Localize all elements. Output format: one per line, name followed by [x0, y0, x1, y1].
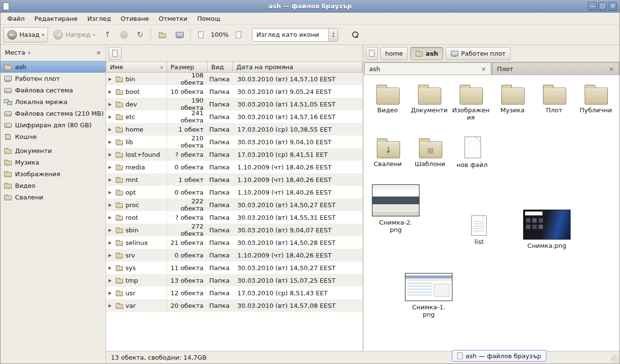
taskbar-window-chip[interactable]: ash — файлов браузър	[452, 350, 546, 362]
stop-button[interactable]	[116, 27, 132, 43]
row-expander-icon[interactable]: ▶	[108, 228, 113, 232]
minimize-button[interactable]: —	[588, 2, 597, 11]
sidebar-item[interactable]: Шифриран дял (80 GB)	[0, 119, 106, 131]
zoom-out-button[interactable]	[194, 27, 207, 43]
up-button[interactable]: ↑	[100, 27, 114, 43]
breadcrumb-button[interactable]: ash	[410, 47, 443, 60]
table-row[interactable]: ▶ etc 241 обекта Папка 30.03.2010 (вт) 1…	[106, 110, 362, 123]
table-row[interactable]: ▶ sys 11 обекта Папка 30.03.2010 (вт) 14…	[106, 261, 362, 274]
icon-view-item[interactable]: Плот	[533, 82, 575, 121]
table-row[interactable]: ▶ lost+found ? обекта Папка 17.03.2010 (…	[106, 148, 362, 161]
table-row[interactable]: ▶ bin 108 обекта Папка 30.03.2010 (вт) 1…	[106, 73, 362, 85]
row-expander-icon[interactable]: ▶	[108, 152, 113, 157]
row-expander-icon[interactable]: ▶	[108, 165, 113, 169]
sidebar-item[interactable]: Файлова система (210 MB)	[0, 107, 106, 119]
menu-item[interactable]: Изглед	[82, 14, 116, 24]
row-expander-icon[interactable]: ▶	[108, 90, 113, 94]
table-row[interactable]: ▶ lib 210 обекта Папка 30.03.2010 (вт) 9…	[106, 136, 362, 148]
menu-item[interactable]: Отиване	[116, 14, 154, 24]
table-row[interactable]: ▶ usr 12 обекта Папка 17.03.2010 (ср) 8,…	[106, 287, 362, 299]
icon-view-item[interactable]: Музика	[492, 82, 533, 121]
tab[interactable]: ash ×	[364, 62, 491, 75]
row-expander-icon[interactable]: ▶	[108, 77, 113, 81]
row-expander-icon[interactable]: ▶	[108, 278, 113, 283]
tab[interactable]: Плот ×	[492, 62, 619, 75]
view-mode-spinner[interactable]: ▴ ▾	[328, 29, 338, 41]
row-expander-icon[interactable]: ▶	[108, 241, 113, 245]
row-expander-icon[interactable]: ▶	[108, 253, 113, 258]
row-expander-icon[interactable]: ▶	[108, 127, 113, 132]
thumbnail-snimka[interactable]: Снимка.png	[522, 210, 572, 249]
table-row[interactable]: ▶ home 1 обект Папка 17.03.2010 (ср) 10,…	[106, 123, 362, 136]
row-expander-icon[interactable]: ▶	[108, 215, 113, 220]
icon-view-item[interactable]: Публични	[575, 82, 617, 121]
table-row[interactable]: ▶ opt 0 обекта Папка 1.10.2009 (чт) 18,4…	[106, 186, 362, 198]
sidebar-item[interactable]: Работен плот	[0, 73, 106, 84]
tab-close-button[interactable]: ×	[481, 65, 486, 73]
row-expander-icon[interactable]: ▶	[108, 291, 113, 295]
row-expander-icon[interactable]: ▶	[108, 190, 113, 195]
home-button[interactable]	[155, 27, 170, 43]
table-row[interactable]: ▶ sbin 272 обекта Папка 30.03.2010 (вт) …	[106, 224, 362, 236]
sidebar-item[interactable]: Видео	[0, 180, 106, 191]
sidebar-item[interactable]: Файлова система	[0, 84, 106, 96]
sidebar-item[interactable]: ash	[0, 61, 106, 73]
table-row[interactable]: ▶ root ? обекта Папка 30.03.2010 (вт) 14…	[106, 211, 362, 224]
reload-button[interactable]: ↻	[133, 27, 147, 43]
row-expander-icon[interactable]: ▶	[108, 266, 113, 270]
menu-item[interactable]: Помощ	[192, 14, 225, 24]
places-close-button[interactable]: ×	[96, 49, 101, 56]
table-row[interactable]: ▶ var 20 обекта Папка 30.03.2010 (вт) 14…	[106, 299, 362, 312]
tab-close-button[interactable]: ×	[609, 65, 614, 73]
table-row[interactable]: ▶ tmp 13 обекта Папка 30.03.2010 (вт) 15…	[106, 274, 362, 287]
zoom-in-button[interactable]	[232, 27, 245, 43]
sidebar-item[interactable]: Локална мрежа	[0, 96, 106, 107]
table-row[interactable]: ▶ dev 190 обекта Папка 30.03.2010 (вт) 1…	[106, 98, 362, 110]
column-header-size[interactable]: Размер	[167, 61, 208, 73]
column-header-date[interactable]: Дата на промяна	[233, 61, 362, 73]
column-header-type[interactable]: Вид	[208, 61, 233, 73]
menu-item[interactable]: Редактиране	[30, 14, 82, 24]
breadcrumb-button[interactable]: home	[380, 47, 408, 60]
icon-view-item[interactable]: Шаблони	[409, 136, 451, 168]
table-row[interactable]: ▶ srv 0 обекта Папка 1.10.2009 (чт) 18,4…	[106, 249, 362, 261]
location-toggle-button[interactable]	[108, 47, 122, 60]
computer-button[interactable]	[171, 27, 187, 43]
icon-view-item[interactable]: Документи	[408, 82, 450, 121]
table-row[interactable]: ▶ media 0 обекта Папка 1.10.2009 (чт) 18…	[106, 161, 362, 173]
menu-item[interactable]: Файл	[2, 14, 30, 24]
sidebar-item[interactable]: Документи	[0, 145, 106, 156]
icon-view-item[interactable]: нов файл	[451, 136, 493, 168]
thumbnail-snimka-1[interactable]: Снимка-1.png	[403, 273, 454, 318]
back-button[interactable]: ← Назад ▾	[3, 27, 48, 43]
view-mode-select[interactable]: Изглед като икони ▴ ▾	[252, 28, 338, 42]
file-item-list[interactable]: list	[454, 215, 504, 245]
thumbnail-snimka-2[interactable]: Снимка-2.png	[371, 184, 421, 233]
row-expander-icon[interactable]: ▶	[108, 303, 113, 308]
resize-grip[interactable]	[611, 355, 619, 363]
titlebar[interactable]: ash — файлов браузър — □ ×	[0, 0, 620, 13]
table-row[interactable]: ▶ proc 222 обекта Папка 30.03.2010 (вт) …	[106, 198, 362, 211]
forward-button[interactable]: → Напред ▾	[49, 27, 99, 43]
row-expander-icon[interactable]: ▶	[108, 203, 113, 207]
row-expander-icon[interactable]: ▶	[108, 115, 113, 119]
table-row[interactable]: ▶ boot 10 обекта Папка 30.03.2010 (вт) 9…	[106, 85, 362, 98]
row-expander-icon[interactable]: ▶	[108, 102, 113, 106]
back-dropdown-icon[interactable]: ▾	[42, 32, 45, 37]
sidebar-item[interactable]: Музика	[0, 156, 106, 168]
icon-view-item[interactable]: Видео	[367, 82, 408, 121]
sidebar-item[interactable]: Свалени	[0, 191, 106, 203]
path-toggle-button[interactable]	[366, 47, 378, 60]
breadcrumb-button[interactable]: Работен плот	[446, 47, 511, 60]
menu-item[interactable]: Отметки	[154, 14, 192, 24]
search-button[interactable]	[348, 27, 363, 43]
sidebar-item[interactable]: Изображения	[0, 168, 106, 180]
icon-view-item[interactable]: Изображения	[450, 82, 492, 121]
places-caret-icon[interactable]: ∨	[28, 50, 31, 55]
row-expander-icon[interactable]: ▶	[108, 140, 113, 144]
icon-view-item[interactable]: Свалени	[367, 136, 409, 168]
row-expander-icon[interactable]: ▶	[108, 178, 113, 182]
table-row[interactable]: ▶ selinux 21 обекта Папка 30.03.2010 (вт…	[106, 236, 362, 249]
table-row[interactable]: ▶ mnt 1 обект Папка 1.10.2009 (чт) 18,40…	[106, 173, 362, 186]
sidebar-item[interactable]: Кошче	[0, 131, 106, 142]
